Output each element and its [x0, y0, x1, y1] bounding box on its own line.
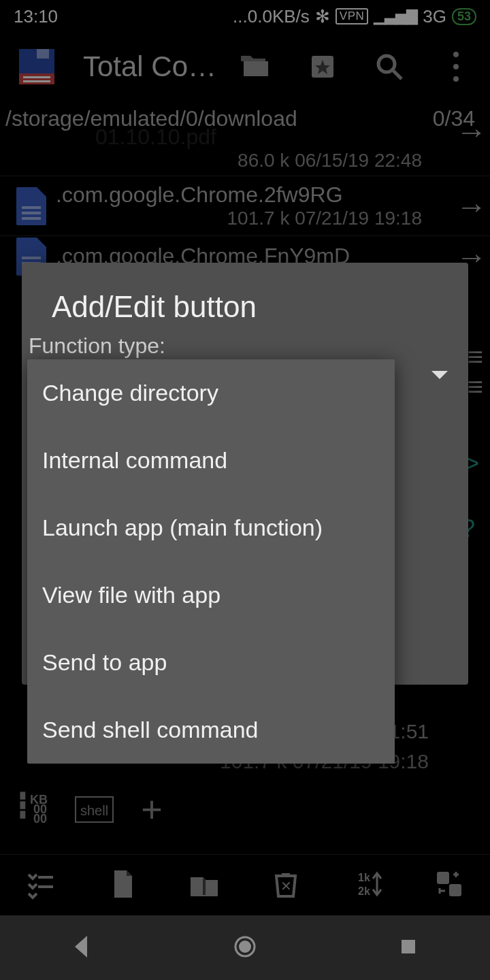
dropdown-item-change-directory[interactable]: Change directory: [27, 359, 395, 427]
sort-button[interactable]: 1k2k: [351, 868, 384, 903]
overflow-menu-button[interactable]: [429, 39, 483, 94]
file-name: .com.google.Chrome.2fw9RG: [56, 182, 483, 208]
chevron-down-icon[interactable]: [431, 371, 448, 379]
svg-text:✕: ✕: [280, 879, 292, 894]
shell-button[interactable]: shell: [75, 796, 114, 823]
system-nav-bar: [0, 915, 490, 980]
file-row[interactable]: .com.google.Chrome.2fw9RG 101.7 k 07/21/…: [0, 176, 490, 235]
svg-rect-3: [23, 80, 50, 82]
svg-rect-13: [437, 872, 449, 884]
svg-rect-2: [23, 76, 50, 78]
file-name: 01.10.10.pdf: [0, 125, 490, 150]
swap-button[interactable]: [433, 868, 466, 903]
dropdown-item-internal-command[interactable]: Internal command: [27, 427, 395, 494]
svg-text:1k: 1k: [358, 872, 370, 883]
signal-icon: ▁▃▅▇: [374, 7, 417, 25]
back-button[interactable]: [68, 933, 95, 963]
bookmark-button[interactable]: [295, 39, 350, 94]
svg-line-8: [393, 71, 402, 79]
svg-point-7: [378, 56, 395, 72]
sizes-button[interactable]: ▘KB▘ 00▘ 00: [20, 795, 48, 823]
dialog-title: Add/Edit button: [22, 263, 468, 329]
document-icon: [7, 182, 56, 231]
app-icon: [16, 46, 57, 87]
net-speed: ...0.0KB/s: [233, 6, 310, 27]
app-bar: Total Co…: [0, 33, 490, 101]
select-button[interactable]: [24, 868, 57, 903]
file-meta: 86.0 k 06/15/19 22:48: [0, 150, 490, 176]
dropdown-item-send-shell[interactable]: Send shell command: [27, 696, 395, 764]
toolbar: ✕ 1k2k: [0, 854, 490, 915]
delete-button[interactable]: ✕: [270, 868, 302, 903]
search-button[interactable]: [362, 39, 416, 94]
arrow-right-icon[interactable]: →: [456, 113, 487, 150]
svg-rect-4: [37, 49, 49, 59]
dropdown-item-view-file[interactable]: View file with app: [27, 561, 395, 629]
battery-badge: 53: [452, 8, 476, 25]
home-button[interactable]: [231, 933, 259, 963]
vpn-badge: VPN: [336, 8, 368, 24]
button-bar: ▘KB▘ 00▘ 00 shell +: [0, 779, 490, 840]
file-meta: 101.7 k 07/21/19 19:18: [56, 208, 483, 229]
svg-point-16: [239, 941, 251, 953]
net-type: 3G: [423, 6, 446, 27]
arrow-right-icon[interactable]: →: [456, 188, 487, 225]
add-button[interactable]: +: [141, 788, 163, 830]
app-title: Total Co…: [83, 50, 216, 83]
dropdown-item-launch-app[interactable]: Launch app (main function): [27, 494, 395, 561]
recents-button[interactable]: [395, 933, 422, 963]
svg-rect-17: [402, 940, 415, 953]
status-bar: 13:10 ...0.0KB/s ✻ VPN ▁▃▅▇ 3G 53: [0, 0, 490, 33]
archive-button[interactable]: [188, 868, 220, 903]
bluetooth-icon: ✻: [315, 6, 330, 27]
svg-rect-1: [19, 74, 54, 84]
file-meta: 1:51: [389, 720, 429, 743]
status-time: 13:10: [14, 6, 58, 27]
file-button[interactable]: [106, 868, 139, 903]
svg-rect-9: [203, 879, 206, 895]
function-type-dropdown: Change directory Internal command Launch…: [27, 359, 395, 764]
svg-text:2k: 2k: [358, 885, 370, 897]
folder-button[interactable]: [229, 39, 283, 94]
svg-rect-14: [449, 884, 461, 896]
dropdown-item-send-to-app[interactable]: Send to app: [27, 629, 395, 696]
hamburger-icon[interactable]: ≡: [468, 372, 480, 402]
